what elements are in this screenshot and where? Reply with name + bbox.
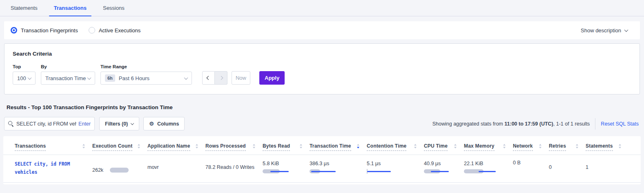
chevron-down-icon [184, 76, 188, 80]
column-header-rows-processed[interactable]: Rows Processed [205, 143, 263, 151]
cpu-time-barchart [424, 169, 463, 174]
chevron-down-icon [28, 76, 32, 80]
now-button[interactable]: Now [232, 71, 250, 85]
column-header-application-name[interactable]: Application Name [147, 143, 205, 151]
time-range-badge: 6h [105, 74, 115, 82]
by-label: By [41, 64, 95, 69]
chevron-left-icon [207, 76, 211, 80]
bytes-read-cell: 5.8 KiB [263, 160, 310, 176]
search-criteria-title: Search Criteria [13, 51, 631, 57]
table-header-row: Transactions Execution Count Application… [3, 137, 641, 155]
next-time-window-button[interactable] [215, 71, 227, 85]
sort-icon[interactable] [82, 144, 85, 148]
column-header-contention-time[interactable]: Contention Time [367, 143, 424, 151]
max-memory-barchart [464, 169, 503, 174]
sort-icon[interactable] [253, 144, 255, 148]
sort-icon[interactable] [576, 144, 578, 148]
top-select[interactable]: 100 [13, 72, 36, 85]
results-toolbar: Enter Filters (0) ⚙ Columns Showing aggr… [4, 117, 640, 130]
top-tab-bar: Statements Transactions Sessions [0, 0, 644, 16]
reset-sql-stats-link[interactable]: Reset SQL Stats [601, 121, 640, 127]
sort-icon-active[interactable] [357, 144, 359, 148]
sort-icon[interactable] [196, 144, 198, 148]
sort-icon[interactable] [619, 144, 621, 148]
sort-icon[interactable] [503, 144, 506, 148]
top-select-value: 100 [17, 75, 26, 81]
columns-button[interactable]: ⚙ Columns [143, 117, 185, 130]
network-cell: 0 B [513, 160, 549, 176]
column-header-execution-count[interactable]: Execution Count [92, 143, 147, 151]
tab-transactions[interactable]: Transactions [46, 0, 95, 16]
time-range-value: Past 6 Hours [119, 75, 149, 81]
radio-label: Transaction Fingerprints [21, 27, 78, 34]
max-memory-cell: 22.1 KiB [464, 160, 513, 176]
filters-button[interactable]: Filters (0) [99, 117, 139, 130]
tab-sessions[interactable]: Sessions [95, 0, 133, 16]
contention-time-cell: 5.1 µs [367, 160, 424, 176]
stats-time-range: 11:00 to 17:59 (UTC) [504, 121, 553, 127]
by-select[interactable]: Transaction Time [41, 72, 95, 85]
chevron-right-icon [219, 76, 223, 80]
show-description-label: Show description [581, 27, 621, 34]
time-window-arrows [202, 71, 227, 85]
radio-selected-icon [11, 27, 17, 34]
application-name-cell: movr [147, 160, 205, 176]
column-header-retries[interactable]: Retries [549, 143, 586, 151]
transaction-time-barchart [310, 169, 348, 174]
chevron-down-icon [87, 76, 91, 80]
previous-time-window-button[interactable] [202, 71, 215, 85]
sort-icon[interactable] [454, 144, 457, 148]
radio-active-executions[interactable]: Active Executions [89, 27, 141, 34]
bytes-read-barchart [263, 169, 301, 174]
retries-cell: 0 [549, 160, 586, 176]
show-description-toggle[interactable]: Show description [581, 27, 633, 34]
sort-icon[interactable] [300, 144, 302, 148]
sort-icon[interactable] [539, 144, 541, 148]
transactions-page: Statements Transactions Sessions Transac… [0, 0, 644, 193]
radio-label: Active Executions [99, 27, 141, 34]
column-header-max-memory[interactable]: Max Memory [464, 143, 513, 151]
table-row: SELECT city, id FROM vehicles 262k movr … [3, 155, 641, 183]
time-range-select[interactable]: 6h Past 6 Hours [100, 72, 192, 85]
search-criteria-card: Search Criteria Top 100 By Transaction T… [4, 43, 640, 94]
column-header-transactions[interactable]: Transactions [15, 143, 92, 151]
columns-label: Columns [157, 121, 179, 127]
chevron-down-icon [131, 121, 134, 125]
rows-processed-cell: 78.2 Reads / 0 Writes [205, 160, 263, 176]
vertical-divider [595, 118, 595, 130]
column-header-bytes-read[interactable]: Bytes Read [263, 143, 310, 151]
results-table: Transactions Execution Count Application… [3, 136, 641, 184]
radio-transaction-fingerprints[interactable]: Transaction Fingerprints [11, 27, 78, 34]
contention-time-barchart [367, 169, 406, 174]
results-heading: Results - Top 100 Transaction Fingerprin… [7, 104, 644, 110]
search-input[interactable] [16, 121, 76, 127]
chevron-down-icon [624, 28, 628, 32]
search-box[interactable]: Enter [4, 117, 95, 130]
top-label: Top [13, 64, 36, 69]
sort-icon[interactable] [414, 144, 417, 148]
column-header-network[interactable]: Network [513, 143, 549, 151]
enter-hint[interactable]: Enter [78, 121, 91, 127]
time-range-label: Time Range [100, 64, 192, 69]
sort-icon[interactable] [138, 144, 140, 148]
filters-label: Filters (0) [105, 121, 128, 127]
cpu-time-cell: 40.9 µs [424, 160, 464, 176]
transaction-fingerprint-link[interactable]: SELECT city, id FROM vehicles [15, 160, 80, 176]
column-header-cpu-time[interactable]: CPU Time [424, 143, 464, 151]
apply-button[interactable]: Apply [259, 71, 285, 85]
aggregated-stats-text: Showing aggregated stats from 11:00 to 1… [432, 121, 590, 127]
execution-count-cell: 262k [92, 160, 147, 176]
execution-count-bar [110, 168, 129, 173]
search-icon [8, 121, 13, 126]
statements-cell: 1 [586, 160, 628, 176]
view-toggle-band: Transaction Fingerprints Active Executio… [4, 21, 640, 39]
transaction-time-cell: 386.3 µs [310, 160, 367, 176]
column-header-statements[interactable]: Statements [586, 143, 628, 151]
gear-icon: ⚙ [149, 121, 154, 126]
by-select-value: Transaction Time [45, 75, 86, 81]
tab-statements[interactable]: Statements [2, 0, 46, 16]
radio-unselected-icon [89, 27, 95, 34]
column-header-transaction-time[interactable]: Transaction Time [310, 143, 367, 151]
